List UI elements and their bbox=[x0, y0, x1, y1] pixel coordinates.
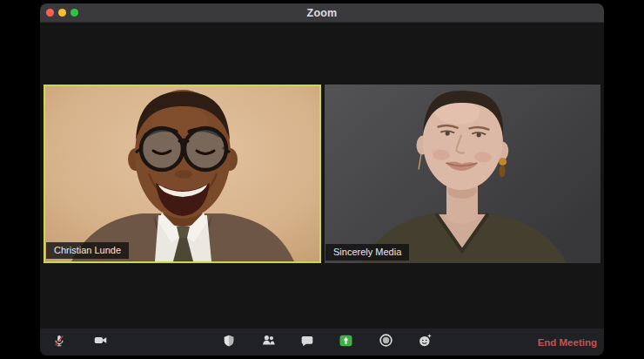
participant-name-label: Sincerely Media bbox=[325, 244, 409, 261]
video-tile-christian-lunde[interactable]: Christian Lunde bbox=[44, 85, 321, 263]
participants-icon bbox=[261, 333, 276, 350]
record-icon bbox=[379, 333, 393, 350]
start-video-button[interactable] bbox=[88, 329, 112, 354]
reactions-button[interactable] bbox=[413, 329, 437, 354]
screen: Zoom bbox=[0, 0, 644, 359]
video-grid: Christian Lunde bbox=[44, 85, 600, 263]
record-button[interactable] bbox=[373, 329, 398, 354]
end-meeting-button[interactable]: End Meeting bbox=[538, 329, 597, 356]
participant-video-sincerely-media bbox=[325, 85, 600, 263]
mute-button[interactable] bbox=[47, 329, 71, 354]
video-tile-sincerely-media[interactable]: Sincerely Media bbox=[325, 85, 600, 263]
participants-button[interactable] bbox=[256, 329, 280, 354]
chat-icon bbox=[300, 334, 314, 350]
fullscreen-button[interactable] bbox=[70, 9, 78, 17]
microphone-muted-icon bbox=[52, 334, 66, 350]
share-screen-icon bbox=[339, 334, 353, 350]
zoom-window: Zoom bbox=[40, 3, 604, 356]
video-camera-icon bbox=[93, 333, 108, 350]
security-button[interactable] bbox=[217, 329, 241, 354]
close-button[interactable] bbox=[46, 9, 54, 17]
meeting-toolbar: End Meeting bbox=[40, 329, 604, 356]
security-shield-icon bbox=[222, 334, 236, 350]
participant-video-christian-lunde bbox=[45, 86, 319, 261]
participant-name-label: Christian Lunde bbox=[46, 242, 129, 259]
chat-button[interactable] bbox=[295, 329, 319, 354]
titlebar[interactable] bbox=[40, 3, 604, 23]
reactions-icon bbox=[418, 333, 433, 350]
share-screen-button[interactable] bbox=[333, 329, 358, 354]
minimize-button[interactable] bbox=[58, 9, 66, 17]
